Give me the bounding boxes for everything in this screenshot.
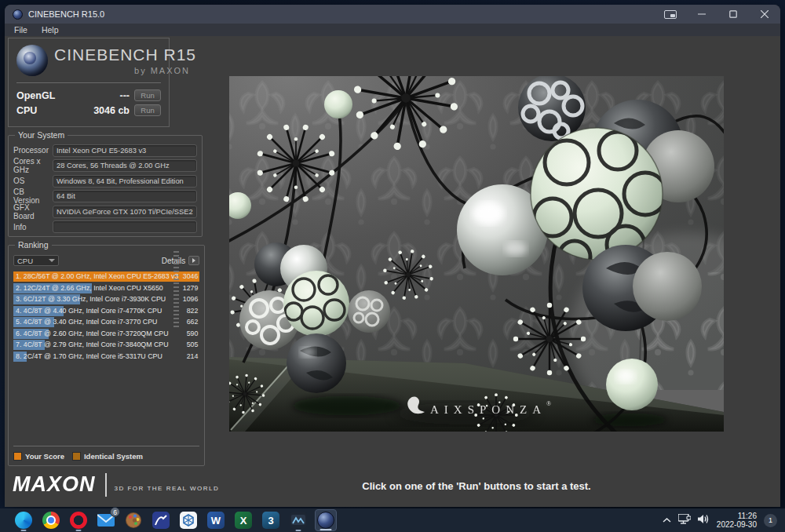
maxon-brand: MAXON 3D FOR THE REAL WORLD xyxy=(13,472,219,497)
info-label: Info xyxy=(13,223,53,231)
taskbar-monitor-app-icon[interactable] xyxy=(287,509,309,531)
chevron-down-icon xyxy=(49,259,55,262)
processor-field: Intel Xeon CPU E5-2683 v3 xyxy=(53,144,197,157)
logo-subtitle: by MAXON xyxy=(48,66,190,75)
ranking-row[interactable]: 7. 4C/8T @ 2.79 GHz, Intel Core i7-3840Q… xyxy=(13,340,199,350)
ranking-row[interactable]: 3. 6C/12T @ 3.30 GHz, Intel Core i7-3930… xyxy=(13,294,199,304)
your-system-legend: Your System xyxy=(15,130,68,140)
maxon-logo: MAXON xyxy=(13,472,96,497)
render-scene: AIXSPONZA ® xyxy=(229,76,724,432)
minimize-button[interactable] xyxy=(686,5,717,24)
titlebar[interactable]: CINEBENCH R15.0 xyxy=(5,5,780,24)
your-score-label: Your Score xyxy=(25,452,64,461)
window-title: CINEBENCH R15.0 xyxy=(28,9,104,19)
taskbar-excel-icon[interactable]: X xyxy=(232,509,254,531)
taskbar: 6 W X 3 xyxy=(0,508,785,532)
svg-text:®: ® xyxy=(546,400,551,407)
network-icon[interactable] xyxy=(678,513,691,527)
svg-text:AIXSPONZA: AIXSPONZA xyxy=(430,403,546,416)
opengl-row: OpenGL --- Run xyxy=(16,88,161,103)
your-score-swatch xyxy=(13,452,22,461)
ranking-filter-value: CPU xyxy=(17,257,33,265)
logo-panel: CINEBENCH R15 by MAXON OpenGL --- Run CP… xyxy=(8,38,170,127)
opengl-value: --- xyxy=(120,90,130,101)
cpu-label: CPU xyxy=(16,105,93,116)
gfx-board-label: GFX Board xyxy=(13,203,53,220)
score-legend: Your Score Identical System xyxy=(13,452,143,461)
close-button[interactable] xyxy=(749,5,780,24)
clock-date: 2022-09-30 xyxy=(717,520,757,529)
menu-help[interactable]: Help xyxy=(42,25,59,35)
taskbar-3d-app-icon[interactable] xyxy=(177,509,199,531)
cores-ghz-label: Cores x GHz xyxy=(13,157,53,174)
taskbar-cinebench-icon[interactable] xyxy=(315,509,337,531)
info-field xyxy=(53,220,197,233)
maxon-tagline: 3D FOR THE REAL WORLD xyxy=(115,485,220,492)
legend-divider xyxy=(13,446,199,446)
ranking-legend: Ranking xyxy=(15,240,52,250)
ranking-row[interactable]: 2. 12C/24T @ 2.66 GHz, Intel Xeon CPU X5… xyxy=(13,283,199,293)
os-label: OS xyxy=(13,177,53,185)
mail-badge: 6 xyxy=(110,507,120,517)
cpu-run-button[interactable]: Run xyxy=(134,104,161,116)
cores-ghz-field: 28 Cores, 56 Threads @ 2.00 GHz xyxy=(53,159,197,172)
ranking-panel: Ranking CPU Details 1. 28C/56T @ 2.00 GH… xyxy=(8,240,205,466)
ranking-row[interactable]: 5. 4C/8T @ 3.40 GHz, Intel Core i7-3770 … xyxy=(13,317,199,327)
notification-badge[interactable]: 1 xyxy=(764,514,777,527)
system-tray: 11:26 2022-09-30 1 xyxy=(663,512,785,529)
taskbar-edge-icon[interactable] xyxy=(13,509,35,531)
taskbar-word-icon[interactable]: W xyxy=(205,509,227,531)
ranking-row[interactable]: 4. 4C/8T @ 4.40 GHz, Intel Core i7-4770K… xyxy=(13,306,199,316)
ranking-filter-dropdown[interactable]: CPU xyxy=(13,255,59,266)
logo-title: CINEBENCH R15 xyxy=(54,46,196,64)
taskbar-paint-icon[interactable] xyxy=(122,509,144,531)
ranking-row[interactable]: 1. 28C/56T @ 2.00 GHz, Intel Xeon CPU E5… xyxy=(13,271,199,282)
cinebench-window: CINEBENCH R15.0 File Help CINEBENCH R15 … xyxy=(5,5,780,507)
cpu-score-value: 3046 cb xyxy=(93,105,130,116)
ranking-row[interactable]: 6. 4C/8T @ 2.60 GHz, Intel Core i7-3720Q… xyxy=(13,329,199,339)
taskbar-clock[interactable]: 11:26 2022-09-30 xyxy=(717,512,757,529)
cinebench-logo-icon xyxy=(16,45,48,76)
taskbar-opera-icon[interactable] xyxy=(68,509,89,531)
hint-text: Click on one of the 'Run' buttons to sta… xyxy=(229,480,724,492)
clock-time: 11:26 xyxy=(717,512,757,520)
taskbar-3dsmax-icon[interactable]: 3 xyxy=(260,509,282,531)
os-field: Windows 8, 64 Bit, Professional Edition xyxy=(53,175,197,188)
pip-icon[interactable] xyxy=(655,5,686,24)
your-system-panel: Your System ProcessorIntel Xeon CPU E5-2… xyxy=(8,130,203,237)
logo-divider xyxy=(16,82,161,83)
render-preview: AIXSPONZA ® xyxy=(229,76,724,432)
maximize-button[interactable] xyxy=(717,5,749,24)
app-content: CINEBENCH R15 by MAXON OpenGL --- Run CP… xyxy=(5,36,780,507)
menubar: File Help xyxy=(5,24,780,36)
taskbar-chrome-icon[interactable] xyxy=(40,509,62,531)
opengl-run-button[interactable]: Run xyxy=(134,89,161,101)
ranking-list: 1. 28C/56T @ 2.00 GHz, Intel Xeon CPU E5… xyxy=(13,271,199,362)
identical-system-swatch xyxy=(72,452,81,461)
taskbar-curve-app-icon[interactable] xyxy=(150,509,172,531)
menu-file[interactable]: File xyxy=(14,25,27,35)
taskbar-mail-icon[interactable]: 6 xyxy=(95,509,117,531)
tray-chevron-icon[interactable] xyxy=(663,516,671,525)
opengl-label: OpenGL xyxy=(16,90,120,101)
cpu-row: CPU 3046 cb Run xyxy=(16,103,161,118)
details-button[interactable] xyxy=(188,256,199,265)
cb-version-field: 64 Bit xyxy=(53,190,197,202)
gfx-board-field: NVIDIA GeForce GTX 1070 Ti/PCIe/SSE2 xyxy=(53,206,197,218)
ranking-row[interactable]: 8. 2C/4T @ 1.70 GHz, Intel Core i5-3317U… xyxy=(13,352,199,362)
volume-icon[interactable] xyxy=(698,513,710,527)
identical-system-label: Identical System xyxy=(84,452,143,461)
processor-label: Processor xyxy=(13,146,53,155)
cinebench-app-icon xyxy=(13,9,23,20)
maxon-divider xyxy=(105,473,107,497)
